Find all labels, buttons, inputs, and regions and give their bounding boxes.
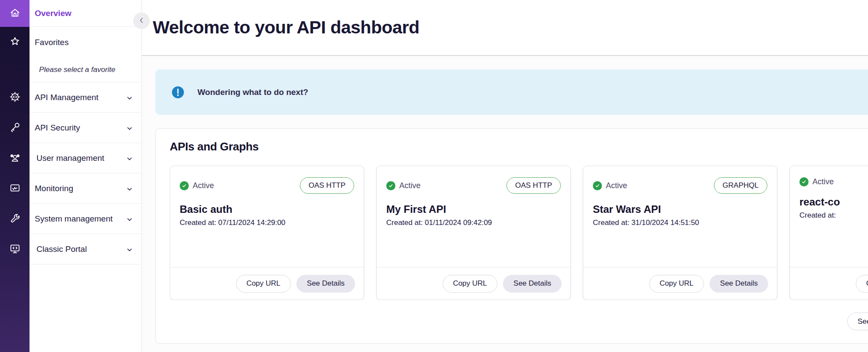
api-card-footer: Copy URL See Details xyxy=(583,267,777,300)
copy-url-button[interactable]: Copy URL xyxy=(649,275,704,293)
api-type-badge: OAS HTTP xyxy=(300,177,354,194)
see-all-graphs-button[interactable]: See All Graphs xyxy=(847,313,868,330)
api-card: Active GRAPHQL Star Wars API Created at:… xyxy=(583,166,777,300)
chevron-down-icon xyxy=(126,155,133,161)
status-badge: Active xyxy=(399,181,506,190)
api-card-title: My First API xyxy=(386,203,561,215)
sidebar-item-label: Overview xyxy=(35,9,133,18)
status-check-icon xyxy=(593,181,602,190)
icon-rail xyxy=(0,0,30,352)
api-gear-icon xyxy=(9,91,21,104)
copy-url-button[interactable]: Copy URL xyxy=(236,275,291,293)
sidebar-collapse-button[interactable] xyxy=(133,13,150,29)
apis-and-graphs-panel: APIs and Graphs Active OAS HTTP Basic au… xyxy=(155,128,868,344)
api-card-footer: Copy URL See Details xyxy=(377,267,570,300)
wrench-icon xyxy=(9,212,21,226)
favorites-empty-note: Please select a favorite xyxy=(30,58,141,82)
rail-spacer xyxy=(0,58,30,82)
status-check-icon xyxy=(180,181,189,190)
page-header: Welcome to your API dashboard xyxy=(142,0,868,56)
api-type-badge: GRAPHQL xyxy=(714,177,767,194)
rail-item-api-management[interactable] xyxy=(0,82,30,113)
star-icon xyxy=(9,36,21,49)
sidebar-item-label: Monitoring xyxy=(35,184,126,193)
sidebar-item-label: API Security xyxy=(35,123,126,133)
status-check-icon xyxy=(799,177,809,186)
api-card-created-at: Created at: xyxy=(799,211,868,220)
sidebar-item-label: System management xyxy=(35,214,126,224)
api-card-title: react-co xyxy=(799,196,868,208)
copy-url-button[interactable]: Copy URL xyxy=(856,275,868,293)
chevron-down-icon xyxy=(126,94,133,101)
sidebar-item-overview[interactable]: Overview xyxy=(30,0,141,27)
rail-item-user-management[interactable] xyxy=(0,143,30,173)
sidebar-item-user-management[interactable]: User management xyxy=(30,143,141,173)
rail-item-api-security[interactable] xyxy=(0,113,30,143)
main-content: Wondering what to do next? Open Ideas AP… xyxy=(142,56,868,352)
api-card: Active OAS HTTP Basic auth Created at: 0… xyxy=(170,166,364,300)
sidebar-item-classic-portal[interactable]: Classic Portal xyxy=(30,234,141,264)
home-icon xyxy=(9,7,21,20)
api-card-body: Active react-co Created at: xyxy=(790,166,868,267)
api-card-body: Active GRAPHQL Star Wars API Created at:… xyxy=(583,166,777,267)
api-card-created-at: Created at: 07/11/2024 14:29:00 xyxy=(180,218,354,227)
app-root: Overview Favorites Please select a favor… xyxy=(0,0,868,352)
api-type-badge: OAS HTTP xyxy=(506,177,561,194)
chevron-down-icon xyxy=(126,215,133,222)
api-card: Active react-co Created at: Copy URL See… xyxy=(789,166,868,300)
sidebar-item-api-management[interactable]: API Management xyxy=(30,82,141,113)
chevron-down-icon xyxy=(126,124,133,131)
portal-monitor-icon xyxy=(9,243,21,256)
banner-message: Wondering what to do next? xyxy=(197,88,868,97)
status-badge: Active xyxy=(193,181,300,190)
api-card-footer: Copy URL See Details xyxy=(790,267,868,300)
sidebar-item-label: API Management xyxy=(35,93,126,102)
sidebar-item-system-management[interactable]: System management xyxy=(30,204,141,234)
users-icon xyxy=(9,152,21,165)
main-area: Welcome to your API dashboard Wondering … xyxy=(142,0,868,352)
api-card-footer: Copy URL See Details xyxy=(170,267,364,300)
chevron-left-icon xyxy=(138,16,145,26)
sidebar-item-label: Favorites xyxy=(35,38,133,47)
api-card: Active OAS HTTP My First API Created at:… xyxy=(376,166,571,300)
sidebar: Overview Favorites Please select a favor… xyxy=(30,0,142,352)
copy-url-button[interactable]: Copy URL xyxy=(443,275,497,293)
favorites-empty-note-text: Please select a favorite xyxy=(39,65,115,74)
sidebar-item-label: Classic Portal xyxy=(36,244,126,254)
sidebar-item-label: User management xyxy=(36,153,126,163)
api-card-created-at: Created at: 01/11/2024 09:42:09 xyxy=(386,218,561,227)
chevron-down-icon xyxy=(126,185,133,192)
info-banner: Wondering what to do next? Open Ideas xyxy=(155,69,868,115)
status-badge: Active xyxy=(812,177,868,186)
api-card-title: Star Wars API xyxy=(593,203,767,215)
rail-item-monitoring[interactable] xyxy=(0,173,30,204)
key-icon xyxy=(9,121,21,135)
status-badge: Active xyxy=(606,181,714,190)
page-title: Welcome to your API dashboard xyxy=(153,17,419,38)
sidebar-item-favorites[interactable]: Favorites xyxy=(30,27,141,58)
see-details-button[interactable]: See Details xyxy=(503,275,562,293)
rail-item-overview[interactable] xyxy=(0,0,30,27)
rail-item-favorites[interactable] xyxy=(0,27,30,58)
rail-item-classic-portal[interactable] xyxy=(0,234,30,264)
api-card-created-at: Created at: 31/10/2024 14:51:50 xyxy=(593,218,767,227)
chevron-down-icon xyxy=(126,246,133,252)
panel-footer: See All Graphs See All APIs xyxy=(170,313,868,330)
sidebar-item-api-security[interactable]: API Security xyxy=(30,113,141,143)
see-details-button[interactable]: See Details xyxy=(710,275,768,293)
info-icon xyxy=(171,86,184,99)
status-check-icon xyxy=(386,181,395,190)
monitor-pulse-icon xyxy=(9,182,21,196)
api-card-body: Active OAS HTTP My First API Created at:… xyxy=(377,166,570,267)
rail-item-system-management[interactable] xyxy=(0,204,30,234)
api-card-row: Active OAS HTTP Basic auth Created at: 0… xyxy=(170,166,868,300)
panel-title: APIs and Graphs xyxy=(170,140,868,153)
sidebar-item-monitoring[interactable]: Monitoring xyxy=(30,173,141,204)
api-card-title: Basic auth xyxy=(180,203,354,215)
api-card-body: Active OAS HTTP Basic auth Created at: 0… xyxy=(170,166,364,267)
see-details-button[interactable]: See Details xyxy=(296,275,355,293)
